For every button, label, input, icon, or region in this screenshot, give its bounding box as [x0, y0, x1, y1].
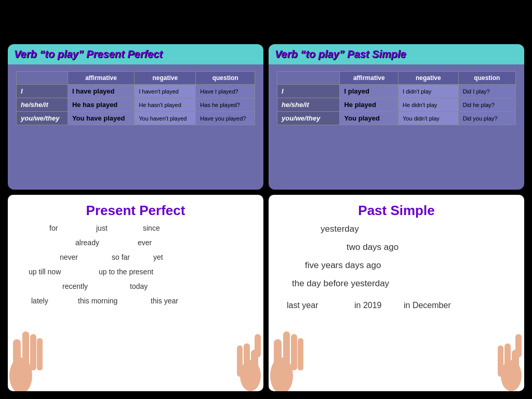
svg-rect-1: [13, 339, 21, 381]
pp-col-negative: negative: [135, 72, 196, 85]
pp-table-header: Verb “to play” Present Perfect: [8, 44, 263, 64]
word-ever: ever: [138, 238, 152, 247]
table-row: you/we/they You played You didn't play D…: [277, 112, 516, 125]
word-this-year: this year: [151, 297, 178, 305]
right-hand-pointing-icon: [227, 324, 263, 391]
table-row: he/she/it He has played He hasn't played…: [17, 98, 255, 112]
ps-word-in-december: in December: [404, 301, 451, 310]
word-this-morning: this morning: [78, 297, 117, 305]
ps-word-two-days-ago: two days ago: [347, 242, 398, 252]
present-perfect-image-card: Present Perfect for just since already e…: [8, 195, 263, 392]
pp-verb-table: affirmative negative question I I have p…: [16, 71, 255, 125]
svg-rect-14: [298, 338, 303, 370]
ps-col-question: question: [458, 72, 515, 85]
ps-right-hand-pointing-icon: [488, 324, 524, 391]
ps-word-day-before: the day before yesterday: [292, 278, 389, 289]
word-just: just: [96, 224, 108, 232]
ps-subject-you: you/we/they: [277, 112, 340, 125]
svg-rect-2: [22, 331, 29, 370]
pp-aff-he: He has played: [68, 98, 134, 112]
pp-col-question: question: [196, 72, 255, 85]
pp-subject-he: he/she/it: [17, 98, 68, 112]
svg-rect-4: [37, 338, 43, 370]
svg-rect-13: [291, 334, 297, 370]
pp-q-i: Have I played?: [196, 85, 255, 98]
ps-words-cloud: yesterday two days ago five years days a…: [279, 224, 514, 328]
pp-subject-i: I: [17, 85, 68, 98]
pp-table-title: Verb “to play” Present Perfect: [14, 48, 257, 60]
ps-col-subject: [277, 72, 340, 85]
pp-neg-he: He hasn't played: [135, 98, 196, 112]
present-perfect-table-card: Verb “to play” Present Perfect affirmati…: [8, 44, 263, 190]
table-row: he/she/it He played He didn't play Did h…: [277, 98, 516, 112]
pp-aff-you: You have played: [68, 112, 134, 125]
pp-neg-you: You haven't played: [135, 112, 196, 125]
ps-col-negative: negative: [398, 72, 459, 85]
word-lately: lately: [31, 297, 48, 305]
pp-q-you: Have you played?: [196, 112, 255, 125]
word-today: today: [130, 282, 148, 290]
word-since: since: [143, 224, 160, 232]
pp-col-subject: [17, 72, 68, 85]
ps-subject-he: he/she/it: [277, 98, 340, 112]
svg-rect-7: [244, 343, 250, 377]
word-up-till-now: up till now: [29, 268, 61, 276]
svg-rect-12: [283, 331, 290, 370]
pp-image-title: Present Perfect: [86, 203, 185, 219]
ps-table-title: Verb “to play” Past Simple: [275, 48, 518, 60]
ps-subject-i: I: [277, 85, 340, 98]
ps-neg-you: You didn't play: [398, 112, 459, 125]
table-row: I I have played I haven't played Have I …: [17, 85, 255, 98]
ps-q-you: Did you play?: [458, 112, 515, 125]
svg-rect-17: [504, 343, 511, 377]
word-up-to-present: up to the present: [99, 268, 153, 276]
pp-neg-i: I haven't played: [135, 85, 196, 98]
ps-word-five-years: five years days ago: [305, 260, 381, 271]
ps-neg-i: I didn't play: [398, 85, 459, 98]
ps-word-in-2019: in 2019: [354, 301, 382, 310]
ps-table-header: Verb “to play” Past Simple: [269, 44, 524, 64]
pp-col-affirmative: affirmative: [68, 72, 134, 85]
ps-word-last-year: last year: [287, 301, 318, 310]
ps-q-i: Did I play?: [458, 85, 515, 98]
ps-verb-table: affirmative negative question I I played…: [277, 71, 516, 125]
svg-rect-3: [30, 334, 36, 370]
past-simple-table-card: Verb “to play” Past Simple affirmative n…: [269, 44, 524, 190]
pp-q-he: Has he played?: [196, 98, 255, 112]
word-already: already: [75, 238, 99, 247]
svg-rect-11: [274, 339, 282, 381]
ps-aff-i: I played: [340, 85, 398, 98]
svg-rect-19: [515, 334, 522, 357]
svg-rect-9: [255, 334, 261, 357]
word-for: for: [49, 224, 58, 232]
svg-rect-8: [237, 345, 243, 377]
word-never: never: [60, 253, 78, 261]
ps-neg-he: He didn't play: [398, 98, 459, 112]
table-row: I I played I didn't play Did I play?: [277, 85, 516, 98]
pp-words-cloud: for just since already ever never so far…: [18, 224, 253, 328]
pp-aff-i: I have played: [68, 85, 134, 98]
ps-word-yesterday: yesterday: [321, 224, 359, 234]
ps-image-title: Past Simple: [279, 203, 514, 219]
pp-subject-you: you/we/they: [17, 112, 68, 125]
table-row: you/we/they You have played You haven't …: [17, 112, 255, 125]
ps-aff-he: He played: [340, 98, 398, 112]
word-so-far: so far: [112, 253, 130, 261]
word-yet: yet: [153, 253, 163, 261]
ps-aff-you: You played: [340, 112, 398, 125]
past-simple-image-card: Past Simple yesterday two days ago five …: [269, 195, 524, 392]
word-recently: recently: [62, 282, 88, 290]
ps-q-he: Did he play?: [458, 98, 515, 112]
svg-rect-18: [498, 345, 503, 377]
ps-col-affirmative: affirmative: [340, 72, 398, 85]
